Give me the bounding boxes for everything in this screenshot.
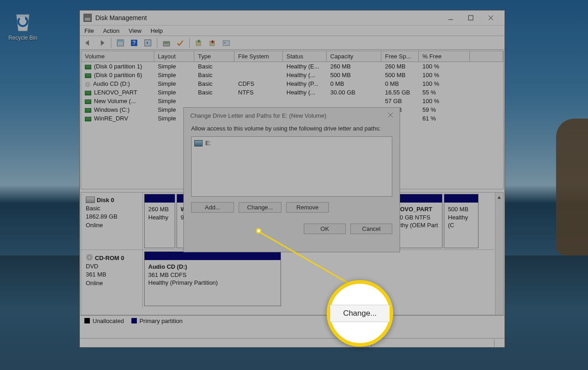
col-free[interactable]: Free Sp... bbox=[381, 51, 419, 62]
legend-primary: Primary partition bbox=[131, 318, 183, 324]
recycle-bin-icon bbox=[12, 9, 34, 33]
window-titlebar[interactable]: Disk Management bbox=[80, 10, 505, 25]
minimize-button[interactable] bbox=[441, 10, 461, 25]
recycle-bin[interactable]: Recycle Bin bbox=[5, 9, 41, 41]
menu-view[interactable]: View bbox=[129, 27, 141, 34]
hdd-icon bbox=[86, 197, 95, 203]
svg-rect-9 bbox=[163, 42, 170, 46]
volume-row[interactable]: (Disk 0 partition 1)SimpleBasicHealthy (… bbox=[81, 62, 503, 71]
cdrom-partitions: Audio CD (D:) 361 MB CDFS Healthy (Prima… bbox=[143, 250, 494, 307]
maximize-button[interactable] bbox=[461, 10, 481, 25]
svg-rect-10 bbox=[164, 42, 169, 43]
partition[interactable]: 500 MBHealthy (C bbox=[444, 194, 479, 248]
dialog-title: Change Drive Letter and Paths for E: (Ne… bbox=[190, 112, 388, 119]
col-layout[interactable]: Layout bbox=[154, 51, 194, 62]
partition-audio-cd[interactable]: Audio CD (D:) 361 MB CDFS Healthy (Prima… bbox=[144, 251, 281, 306]
disk0-label: Disk 0 Basic 1862.89 GB Online bbox=[81, 193, 143, 250]
svg-text:?: ? bbox=[132, 40, 135, 46]
volume-row[interactable]: (Disk 0 partition 6)SimpleBasicHealthy (… bbox=[81, 71, 503, 79]
disk-panel-scrollbar[interactable]: ▴ bbox=[495, 193, 503, 315]
menu-help[interactable]: Help bbox=[151, 27, 163, 34]
svg-rect-5 bbox=[117, 40, 124, 42]
drive-letter-list[interactable]: E: bbox=[191, 136, 392, 197]
col-volume[interactable]: Volume bbox=[81, 51, 154, 62]
back-button[interactable] bbox=[83, 37, 94, 48]
undo-button[interactable] bbox=[193, 37, 204, 48]
help-button[interactable]: ? bbox=[129, 37, 140, 48]
add-button[interactable]: Add... bbox=[191, 202, 234, 213]
remove-button[interactable]: Remove bbox=[286, 202, 329, 213]
change-drive-letter-dialog: Change Drive Letter and Paths for E: (Ne… bbox=[183, 107, 400, 252]
col-spacer bbox=[470, 51, 503, 62]
scroll-up-icon[interactable]: ▴ bbox=[495, 193, 503, 201]
col-capacity[interactable]: Capacity bbox=[327, 51, 381, 62]
status-bar bbox=[80, 338, 505, 347]
partition[interactable]: 260 MBHealthy bbox=[144, 194, 175, 248]
menu-bar: File Action View Help bbox=[80, 25, 505, 36]
highlight-circle: Change... bbox=[327, 280, 393, 347]
dialog-prompt: Allow access to this volume by using the… bbox=[191, 125, 392, 132]
dialog-titlebar[interactable]: Change Drive Letter and Paths for E: (Ne… bbox=[184, 108, 400, 123]
disk-row-cdrom[interactable]: CD-ROM 0 DVD 361 MB Online Audio CD (D:)… bbox=[81, 250, 494, 307]
cd-icon bbox=[86, 254, 93, 261]
highlight-anchor-dot bbox=[256, 228, 261, 234]
cancel-button[interactable]: Cancel bbox=[350, 224, 392, 234]
menu-action[interactable]: Action bbox=[103, 27, 120, 34]
apply-button[interactable] bbox=[175, 37, 186, 48]
refresh-button[interactable] bbox=[142, 37, 153, 48]
volume-row[interactable]: New Volume (...Simple57 GB100 % bbox=[81, 97, 503, 105]
redo-button[interactable] bbox=[207, 37, 218, 48]
col-filesystem[interactable]: File System bbox=[234, 51, 283, 62]
svg-rect-1 bbox=[468, 16, 473, 20]
menu-file[interactable]: File bbox=[84, 27, 94, 34]
recycle-bin-label: Recycle Bin bbox=[5, 35, 41, 41]
col-type[interactable]: Type bbox=[194, 51, 234, 62]
window-title: Disk Management bbox=[95, 14, 441, 21]
properties-button[interactable] bbox=[221, 37, 232, 48]
svg-point-14 bbox=[224, 42, 226, 44]
col-pct-free[interactable]: % Free bbox=[419, 51, 470, 62]
cdrom-label: CD-ROM 0 DVD 361 MB Online bbox=[81, 250, 143, 307]
legend: Unallocated Primary partition bbox=[80, 315, 505, 326]
dialog-close-button[interactable] bbox=[388, 112, 393, 119]
rescan-button[interactable] bbox=[161, 37, 172, 48]
drive-letter-item-label: E: bbox=[205, 140, 211, 146]
volume-table-header: Volume Layout Type File System Status Ca… bbox=[81, 51, 503, 62]
volume-row[interactable]: LENOVO_PARTSimpleBasicNTFSHealthy (...30… bbox=[81, 88, 503, 97]
close-button[interactable] bbox=[481, 10, 501, 25]
app-icon bbox=[83, 14, 92, 22]
show-hide-tree-button[interactable] bbox=[115, 37, 126, 48]
change-button[interactable]: Change... bbox=[239, 202, 281, 213]
volume-row[interactable]: Audio CD (D:)SimpleBasicCDFSHealthy (P..… bbox=[81, 79, 503, 88]
highlight-label: Change... bbox=[330, 305, 390, 322]
legend-unallocated: Unallocated bbox=[84, 318, 124, 324]
forward-button[interactable] bbox=[96, 37, 107, 48]
ok-button[interactable]: OK bbox=[304, 224, 346, 234]
drive-letter-item[interactable]: E: bbox=[194, 140, 389, 146]
col-status[interactable]: Status bbox=[283, 51, 327, 62]
drive-icon bbox=[194, 140, 203, 146]
toolbar: ? bbox=[80, 36, 505, 50]
